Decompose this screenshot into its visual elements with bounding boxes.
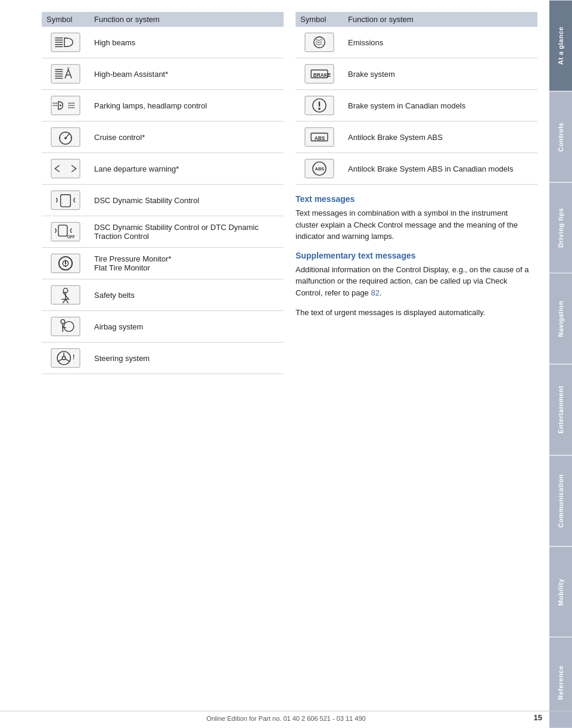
steering-label: Steering system — [89, 343, 284, 374]
table-row: BRAKE Brake system — [296, 58, 537, 90]
table-row: High beams — [42, 27, 284, 58]
left-header-symbol: Symbol — [42, 12, 89, 27]
table-row: Brake system in Canadian models — [296, 90, 537, 122]
high-beams-label: High beams — [89, 27, 284, 58]
svg-text:ABS: ABS — [315, 135, 325, 141]
text-messages-section: Text messages Text messages in combinati… — [296, 194, 537, 319]
right-header-function: Function or system — [343, 12, 537, 27]
page-number: 15 — [534, 713, 542, 722]
right-column: Symbol Function or system — [296, 12, 537, 704]
parking-lamps-icon — [46, 95, 85, 116]
left-header-function: Function or system — [89, 12, 284, 27]
safety-belts-icon — [46, 284, 85, 306]
tire-pressure-label: Tire Pressure Monitor* Flat Tire Monitor — [89, 248, 284, 279]
table-row: Safety belts — [42, 279, 284, 311]
lane-departure-label: Lane departure warning* — [89, 153, 284, 185]
cruise-control-label: Cruise control* — [89, 122, 284, 153]
brake-system-label: Brake system — [343, 58, 537, 90]
table-row: Cruise control* — [42, 122, 284, 153]
table-row: High-beam Assistant* — [42, 58, 284, 90]
urgent-messages-body: The text of urgent messages is displayed… — [296, 307, 531, 319]
lane-departure-icon — [46, 158, 85, 179]
right-symbol-table: Symbol Function or system — [296, 12, 537, 185]
brake-system-icon: BRAKE — [300, 63, 338, 85]
table-row: ABS Antilock Brake System ABS in Canadia… — [296, 153, 537, 185]
footer-text: Online Edition for Part no. 01 40 2 606 … — [206, 715, 365, 722]
svg-point-16 — [60, 105, 61, 107]
steering-icon: ! — [46, 347, 85, 369]
svg-point-23 — [64, 137, 67, 139]
table-row: ! Steering system — [42, 343, 284, 374]
airbag-icon — [46, 316, 85, 337]
sidebar-tab-entertainment[interactable]: Entertainment — [549, 364, 572, 455]
text-messages-title: Text messages — [296, 194, 531, 204]
sidebar-tab-navigation[interactable]: Navigation — [549, 273, 572, 364]
brake-canadian-icon — [300, 95, 338, 116]
supplementary-body-text1: Additional information on the Control Di… — [296, 265, 529, 297]
svg-point-64 — [318, 108, 321, 110]
dsc-label: DSC Dynamic Stability Control — [89, 185, 284, 216]
supplementary-body: Additional information on the Control Di… — [296, 264, 531, 299]
table-row: Parking lamps, headlamp control — [42, 90, 284, 122]
cruise-control-icon — [46, 126, 85, 148]
svg-text:ABS: ABS — [315, 166, 325, 172]
table-row: OFF DSC Dynamic Stability Control or DTC… — [42, 216, 284, 248]
parking-lamps-label: Parking lamps, headlamp control — [89, 90, 284, 122]
abs-canadian-icon: ABS — [300, 158, 338, 179]
emissions-icon — [300, 32, 338, 53]
supplementary-body-text2: . — [380, 288, 382, 297]
high-beam-assistant-icon — [46, 63, 85, 85]
abs-label: Antilock Brake System ABS — [343, 122, 537, 153]
table-row: Tire Pressure Monitor* Flat Tire Monitor — [42, 248, 284, 279]
svg-rect-45 — [51, 317, 80, 335]
table-row: Lane departure warning* — [42, 153, 284, 185]
brake-canadian-label: Brake system in Canadian models — [343, 90, 537, 122]
tire-pressure-icon — [46, 253, 85, 274]
supplementary-title: Supplementary text messages — [296, 251, 531, 260]
table-row: ABS Antilock Brake System ABS — [296, 122, 537, 153]
abs-icon: ABS — [300, 126, 338, 148]
svg-text:BRAKE: BRAKE — [313, 72, 331, 78]
page-link[interactable]: 82 — [371, 288, 379, 297]
sidebar-tab-at-a-glance[interactable]: At a glance — [549, 0, 572, 91]
emissions-label: Emissions — [343, 27, 537, 58]
sidebar-tab-controls[interactable]: Controls — [549, 91, 572, 182]
safety-belts-label: Safety belts — [89, 279, 284, 311]
table-row: Emissions — [296, 27, 537, 58]
sidebar: At a glance Controls Driving tips Naviga… — [549, 0, 572, 728]
text-messages-body: Text messages in combination with a symb… — [296, 207, 531, 242]
dsc-icon — [46, 189, 85, 211]
svg-text:OFF: OFF — [67, 235, 75, 239]
high-beam-assistant-label: High-beam Assistant* — [89, 58, 284, 90]
dsc-dtc-icon: OFF — [46, 221, 85, 242]
left-table-section: Symbol Function or system — [42, 12, 284, 704]
sidebar-tab-mobility[interactable]: Mobility — [549, 546, 572, 637]
svg-rect-56 — [305, 33, 334, 51]
left-symbol-table: Symbol Function or system — [42, 12, 284, 374]
abs-canadian-label: Antilock Brake System ABS in Canadian mo… — [343, 153, 537, 185]
sidebar-tab-driving-tips[interactable]: Driving tips — [549, 182, 572, 273]
table-row: Airbag system — [42, 311, 284, 343]
sidebar-tab-communication[interactable]: Communication — [549, 455, 572, 546]
footer: Online Edition for Part no. 01 40 2 606 … — [0, 711, 572, 722]
table-row: DSC Dynamic Stability Control — [42, 185, 284, 216]
svg-point-37 — [65, 265, 67, 267]
svg-text:!: ! — [73, 354, 74, 360]
dsc-dtc-label: DSC Dynamic Stability Control or DTC Dyn… — [89, 216, 284, 248]
right-header-symbol: Symbol — [296, 12, 343, 27]
airbag-label: Airbag system — [89, 311, 284, 343]
high-beams-icon — [46, 32, 85, 53]
